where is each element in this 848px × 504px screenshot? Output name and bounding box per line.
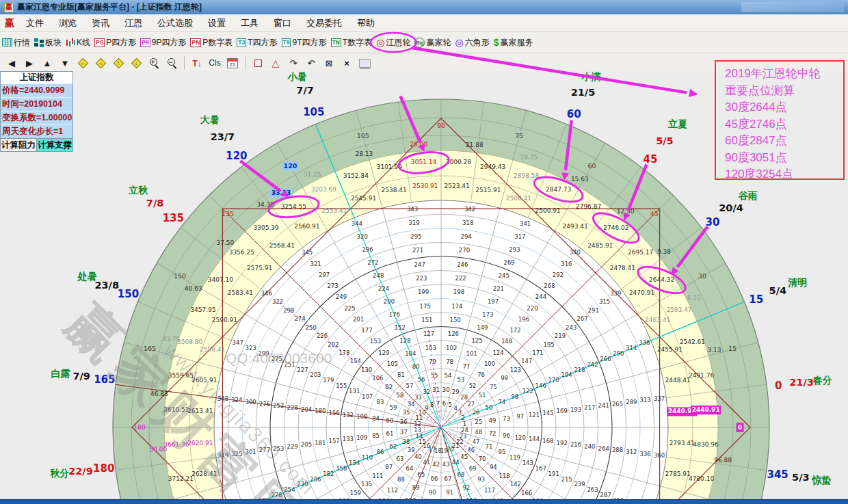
menu-item-1[interactable]: 文件 xyxy=(18,17,51,29)
nav-forward-icon[interactable]: ▶ xyxy=(21,55,38,70)
svg-text:80: 80 xyxy=(412,363,420,370)
svg-text:313: 313 xyxy=(640,397,651,403)
svg-text:135: 135 xyxy=(222,210,234,217)
menu-item-6[interactable]: 设置 xyxy=(200,17,233,29)
menu-item-7[interactable]: 工具 xyxy=(233,17,266,29)
svg-text:124: 124 xyxy=(492,349,503,356)
toolbar-button-9T四方形[interactable]: T99T四方形 xyxy=(282,37,327,49)
nav-shrink-icon[interactable]: × xyxy=(338,55,356,70)
nav-cls-icon[interactable]: Cls xyxy=(206,55,224,70)
nav-triangle-icon[interactable]: △ xyxy=(267,55,284,70)
svg-text:37.50: 37.50 xyxy=(217,239,235,246)
toolbar-button-P数字表[interactable]: PNP数字表 xyxy=(190,37,233,49)
svg-text:197: 197 xyxy=(488,298,499,305)
toolbar-button-P四方形[interactable]: PSP四方形 xyxy=(94,37,136,49)
svg-text:203: 203 xyxy=(310,371,321,378)
svg-text:47: 47 xyxy=(473,438,480,445)
svg-text:2553.41: 2553.41 xyxy=(321,207,347,214)
svg-text:321: 321 xyxy=(310,261,321,267)
svg-text:205: 205 xyxy=(301,441,312,448)
svg-text:45: 45 xyxy=(650,210,659,217)
svg-text:226: 226 xyxy=(317,332,328,339)
svg-text:341: 341 xyxy=(520,220,531,227)
nav-down-icon[interactable]: ▼ xyxy=(56,55,74,70)
svg-text:127: 127 xyxy=(423,330,434,337)
svg-text:338: 338 xyxy=(639,339,650,346)
toolbar-button-赢家服务[interactable]: $赢家服务 xyxy=(494,37,533,49)
nav-calendar-icon[interactable]: 21 xyxy=(224,55,241,70)
svg-text:2590.91: 2590.91 xyxy=(212,317,237,323)
toolbar-label: 六角形 xyxy=(465,37,490,49)
menu-item-8[interactable]: 窗口 xyxy=(266,17,299,29)
toolbar-button-江恩轮[interactable]: ◎江恩轮 xyxy=(376,37,410,49)
menu-item-2[interactable]: 浏览 xyxy=(51,17,84,29)
svg-text:2448.41: 2448.41 xyxy=(665,377,691,384)
nav-screen-icon[interactable] xyxy=(356,55,373,70)
nav-dia-down-icon[interactable]: ↓ xyxy=(127,55,145,70)
nav-back-icon[interactable]: ◀ xyxy=(3,55,21,70)
toolbar-separator xyxy=(245,56,246,70)
toolbar-button-板块[interactable]: 板块 xyxy=(34,37,62,49)
svg-text:134: 134 xyxy=(349,460,360,466)
nav-zoom-in-icon[interactable]: + xyxy=(145,55,163,70)
nav-up-icon[interactable]: ▲ xyxy=(38,55,56,70)
p9-badge-icon: P9 xyxy=(140,38,150,47)
svg-text:135: 135 xyxy=(361,481,372,488)
svg-text:40: 40 xyxy=(414,453,422,460)
toolbar-button-赢家轮[interactable]: Big赢家轮 xyxy=(414,37,451,49)
svg-text:2746.02: 2746.02 xyxy=(603,224,628,231)
svg-text:3356.25: 3356.25 xyxy=(229,249,254,256)
svg-text:291: 291 xyxy=(588,307,599,314)
calc-resistance-button[interactable]: 计算阻力 xyxy=(1,139,37,151)
toolbar-label: 江恩轮 xyxy=(386,37,410,49)
menu-items: 文件浏览资讯江恩公式选股设置工具窗口交易委托帮助 xyxy=(18,17,382,29)
svg-text:112: 112 xyxy=(387,487,398,494)
svg-text:46: 46 xyxy=(467,447,475,453)
toolbar-button-T数字表[interactable]: TNT数字表 xyxy=(331,37,373,49)
nav-fit-icon[interactable]: ⊠ xyxy=(320,55,338,70)
svg-text:3661.36: 3661.36 xyxy=(163,441,189,448)
svg-text:36: 36 xyxy=(400,419,408,425)
svg-text:104: 104 xyxy=(405,350,416,357)
toolbar-button-K线[interactable]: K线 xyxy=(66,37,90,49)
nav-rotate-cw-icon[interactable]: ↷ xyxy=(284,55,302,70)
svg-text:6.25: 6.25 xyxy=(687,295,701,302)
menu-item-3[interactable]: 资讯 xyxy=(84,17,117,29)
menu-item-9[interactable]: 交易委托 xyxy=(299,17,349,29)
svg-text:319: 319 xyxy=(409,220,420,226)
nav-square-icon[interactable] xyxy=(249,55,267,70)
menu-item-4[interactable]: 江恩 xyxy=(117,17,150,29)
calc-support-button[interactable]: 计算支撑 xyxy=(37,139,72,151)
svg-text:135: 135 xyxy=(163,212,184,224)
svg-text:133: 133 xyxy=(343,436,354,442)
nav-dia-up-icon[interactable]: ↑ xyxy=(109,55,127,70)
toolbar-button-9P四方形[interactable]: P99P四方形 xyxy=(140,37,186,49)
dollar-icon: $ xyxy=(494,38,499,47)
toolbar-label: P四方形 xyxy=(106,37,136,49)
menu-item-5[interactable]: 公式选股 xyxy=(150,17,200,29)
svg-text:125: 125 xyxy=(471,337,482,344)
svg-text:131: 131 xyxy=(349,388,360,395)
svg-text:228: 228 xyxy=(287,404,298,411)
svg-text:39: 39 xyxy=(408,447,415,453)
toolbar-button-T四方形[interactable]: T3T四方形 xyxy=(237,37,277,49)
nav-rotate-ccw-icon[interactable]: ↶ xyxy=(302,55,320,70)
svg-text:121: 121 xyxy=(529,412,540,419)
svg-text:292: 292 xyxy=(553,271,564,278)
toolbar-button-行情[interactable]: 行情 xyxy=(2,37,30,49)
svg-text:2455.91: 2455.91 xyxy=(657,346,683,353)
svg-text:2695.17: 2695.17 xyxy=(628,249,653,256)
toolbar-button-六角形[interactable]: ◎六角形 xyxy=(455,37,489,49)
svg-text:143: 143 xyxy=(522,460,533,466)
menu-item-10[interactable]: 帮助 xyxy=(349,17,382,29)
svg-text:2898.58: 2898.58 xyxy=(514,172,539,179)
svg-text:180: 180 xyxy=(133,423,146,431)
nav-measure-icon[interactable]: T↓ xyxy=(188,55,206,70)
nav-dia-right-icon[interactable]: → xyxy=(92,55,109,70)
nav-dia-left-icon[interactable]: ← xyxy=(74,55,92,70)
svg-text:168: 168 xyxy=(542,438,553,445)
svg-text:60: 60 xyxy=(386,417,393,424)
svg-text:2785.91: 2785.91 xyxy=(665,470,691,477)
svg-text:7/8: 7/8 xyxy=(146,198,163,209)
nav-zoom-out-icon[interactable]: − xyxy=(163,55,181,70)
